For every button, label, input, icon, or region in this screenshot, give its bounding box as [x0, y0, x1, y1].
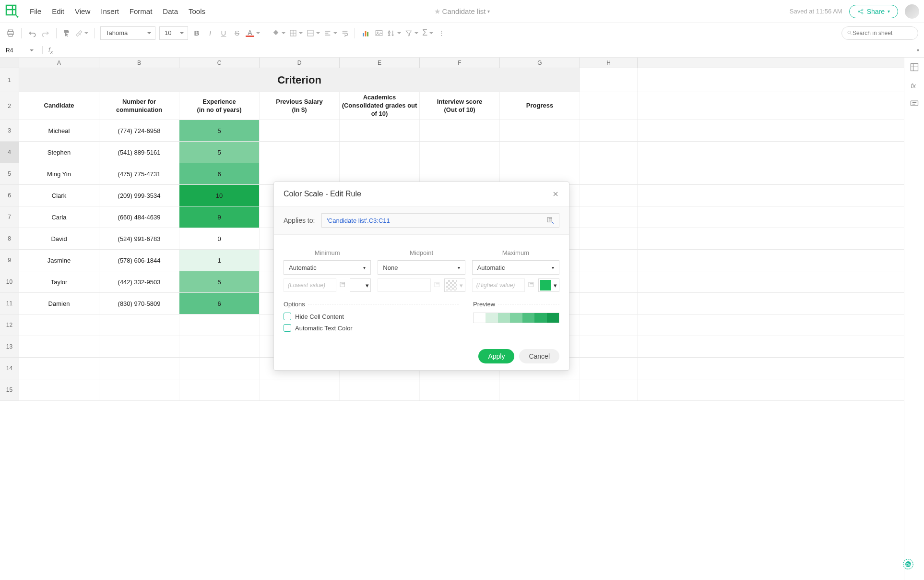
cell[interactable]	[179, 336, 260, 357]
cell[interactable]	[340, 142, 420, 163]
cell[interactable]: Jasmine	[19, 250, 99, 271]
spreadsheet-grid[interactable]: A B C D E F G H 1 Criterion 2 Candidate …	[0, 58, 904, 580]
chart-icon[interactable]	[361, 28, 370, 38]
row-header[interactable]: 6	[0, 185, 19, 206]
cell[interactable]: Taylor	[19, 271, 99, 292]
cell[interactable]: (442) 332-9503	[99, 271, 179, 292]
cell[interactable]: Micheal	[19, 120, 99, 141]
cell[interactable]	[99, 358, 179, 379]
cell[interactable]: 10	[179, 185, 260, 206]
cell[interactable]	[580, 206, 638, 228]
row-header[interactable]: 14	[0, 358, 19, 379]
col-header[interactable]: H	[580, 58, 638, 68]
cell[interactable]	[260, 120, 340, 141]
wrap-text[interactable]	[341, 29, 349, 37]
cell[interactable]	[580, 293, 638, 314]
menu-insert[interactable]: Insert	[101, 7, 119, 15]
header-cell[interactable]: Experience (in no of years)	[179, 92, 260, 120]
cell[interactable]	[580, 68, 638, 92]
doc-title[interactable]: ★ Candidate list ▾	[434, 7, 490, 16]
font-size-select[interactable]: 10	[159, 26, 188, 40]
cell[interactable]	[580, 142, 638, 163]
cell[interactable]: 6	[179, 293, 260, 314]
header-cell[interactable]: Academics (Consolidated grades out of 10…	[340, 92, 420, 120]
row-header[interactable]: 11	[0, 293, 19, 314]
cell[interactable]: (660) 484-4639	[99, 206, 179, 228]
redo-icon[interactable]	[41, 28, 50, 38]
text-color[interactable]: A	[246, 29, 260, 37]
cell[interactable]: 0	[179, 228, 260, 249]
col-header[interactable]: D	[260, 58, 340, 68]
cell[interactable]	[580, 379, 638, 400]
cell[interactable]	[19, 314, 99, 336]
cell[interactable]	[260, 142, 340, 163]
cell[interactable]	[580, 120, 638, 141]
hide-cell-content-option[interactable]: Hide Cell Content	[284, 313, 459, 320]
row-header[interactable]: 8	[0, 228, 19, 249]
cell[interactable]	[420, 142, 500, 163]
close-icon[interactable]	[552, 190, 559, 198]
header-cell[interactable]: Candidate	[19, 92, 99, 120]
checkbox-icon[interactable]	[284, 313, 291, 320]
cell[interactable]	[500, 142, 580, 163]
cell[interactable]: (524) 991-6783	[99, 228, 179, 249]
fx-icon[interactable]: fx	[42, 46, 53, 55]
menu-format[interactable]: Format	[130, 7, 153, 15]
cell[interactable]	[99, 336, 179, 357]
comments-icon[interactable]	[910, 99, 919, 109]
merge-cells[interactable]	[307, 29, 320, 37]
cell-reference[interactable]: R4	[3, 45, 36, 56]
col-header[interactable]: E	[340, 58, 420, 68]
cell[interactable]: 5	[179, 120, 260, 141]
col-header[interactable]: F	[420, 58, 500, 68]
cell[interactable]: Clark	[19, 185, 99, 206]
maximum-type-select[interactable]: Automatic▾	[472, 260, 559, 275]
cell[interactable]	[420, 120, 500, 141]
preview-strip[interactable]	[473, 313, 559, 323]
star-icon[interactable]: ★	[434, 7, 440, 16]
menu-edit[interactable]: Edit	[52, 7, 64, 15]
undo-icon[interactable]	[27, 28, 37, 38]
sort-icon[interactable]: AZ	[388, 29, 401, 37]
select-all-corner[interactable]	[0, 58, 19, 68]
midpoint-type-select[interactable]: None▾	[378, 260, 465, 275]
col-header[interactable]: G	[500, 58, 580, 68]
row-header[interactable]: 3	[0, 120, 19, 141]
cell[interactable]	[580, 185, 638, 206]
menu-view[interactable]: View	[75, 7, 90, 15]
row-header[interactable]: 7	[0, 206, 19, 228]
format-painter[interactable]	[62, 29, 71, 37]
borders[interactable]	[289, 29, 303, 37]
chevron-down-icon[interactable]: ▾	[487, 9, 490, 14]
cancel-button[interactable]: Cancel	[519, 349, 559, 363]
row-header[interactable]: 10	[0, 271, 19, 292]
cell[interactable]: (209) 999-3534	[99, 185, 179, 206]
row-header[interactable]: 13	[0, 336, 19, 357]
cell[interactable]	[99, 379, 179, 400]
range-input[interactable]: 'Candidate list'.C3:C11	[321, 213, 559, 228]
share-button[interactable]: Share ▾	[849, 5, 898, 18]
col-header[interactable]: B	[99, 58, 179, 68]
cell[interactable]	[179, 358, 260, 379]
cell[interactable]: (774) 724-6958	[99, 120, 179, 141]
cell[interactable]	[500, 379, 580, 400]
cell-view-icon[interactable]	[910, 62, 919, 72]
range-picker-icon[interactable]	[339, 281, 347, 289]
range-picker-icon[interactable]	[546, 217, 554, 224]
row-header[interactable]: 4	[0, 142, 19, 163]
cell[interactable]: Stephen	[19, 142, 99, 163]
header-cell[interactable]: Number for communication	[99, 92, 179, 120]
cell[interactable]: Damien	[19, 293, 99, 314]
checkbox-icon[interactable]	[284, 324, 291, 332]
max-color-swatch[interactable]: ▾	[538, 278, 559, 292]
apply-button[interactable]: Apply	[478, 349, 514, 363]
cell[interactable]	[99, 314, 179, 336]
avatar[interactable]	[905, 4, 919, 19]
row-header[interactable]: 12	[0, 314, 19, 336]
align-horizontal[interactable]	[324, 29, 337, 37]
cell[interactable]: 1	[179, 250, 260, 271]
image-icon[interactable]	[374, 28, 384, 38]
row-header[interactable]: 2	[0, 92, 19, 120]
search-input[interactable]	[853, 30, 913, 36]
cell[interactable]	[580, 163, 638, 184]
